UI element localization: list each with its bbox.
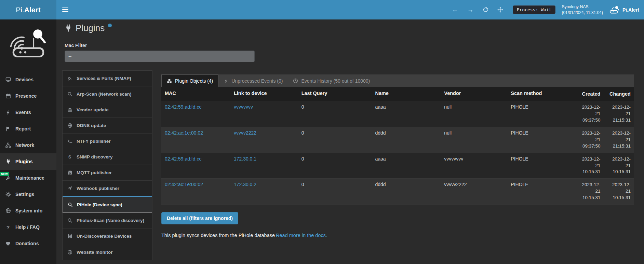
- mac-link[interactable]: 02:42:59:ad:fd:cc: [165, 104, 201, 110]
- sidebar-item-network[interactable]: Network: [0, 137, 56, 153]
- docs-link[interactable]: Read more in the docs.: [276, 233, 327, 238]
- heart-icon: [5, 241, 11, 246]
- brand-logo[interactable]: Pi.Alert: [0, 0, 56, 19]
- table-row: 02:42:59:ad:fd:cc 172.30.0.1 0 aaaa vvvv…: [161, 153, 634, 179]
- device-link[interactable]: vvvvvvvv: [234, 104, 253, 110]
- last-query-cell: 0: [298, 127, 372, 153]
- table-row: 02:42:ac:1e:00:02 vvvvv2222 0 dddd null …: [161, 127, 634, 153]
- sidebar-item-report[interactable]: Report: [0, 121, 56, 137]
- plugin-item-vendor-update[interactable]: Vendor update: [63, 102, 152, 118]
- plugin-item-pihole[interactable]: PiHole (Device sync): [63, 196, 152, 213]
- sidebar-item-label: Help / FAQ: [15, 224, 40, 230]
- gear-icon: [5, 192, 11, 197]
- brand-text-bold: Alert: [24, 6, 41, 14]
- tab-label: Events History (50 out of 10000): [301, 78, 370, 84]
- plugin-item-snmp-discovery[interactable]: S SNMP discovery: [63, 149, 152, 165]
- plugin-item-label: MQTT publisher: [77, 170, 112, 175]
- changed-cell: 2023-12-2110:15:31: [604, 153, 634, 179]
- sidebar-item-label: Donations: [15, 241, 39, 246]
- plugin-item-webhook-publisher[interactable]: Webhook publisher: [63, 181, 152, 196]
- info-badge[interactable]: [108, 24, 112, 27]
- mac-filter-label: Mac Filter: [65, 43, 644, 48]
- tab-unprocessed-events[interactable]: Unprocessed Events (0): [218, 74, 288, 87]
- globe-icon: [67, 250, 73, 255]
- terminal-icon: [67, 139, 73, 144]
- sidebar-item-presence[interactable]: Presence: [0, 88, 56, 104]
- column-header-name: Name: [372, 87, 441, 101]
- tab-plugin-objects[interactable]: Plugin Objects (4): [161, 74, 218, 87]
- arrow-right-icon[interactable]: →: [467, 6, 474, 13]
- plugin-item-undiscoverable-devices[interactable]: Un-Discoverable Devices: [63, 228, 152, 244]
- page-header: Plugins: [65, 22, 644, 34]
- question-icon: ?: [5, 224, 11, 230]
- scan-method-cell: PIHOLE: [507, 127, 574, 153]
- sidebar-item-donations[interactable]: Donations: [0, 235, 56, 252]
- device-link[interactable]: 172.30.0.1: [234, 156, 256, 162]
- pialert-mini-logo-icon: [609, 5, 619, 14]
- mac-filter-input[interactable]: [65, 51, 255, 62]
- sidebar-item-settings[interactable]: Settings: [0, 186, 56, 203]
- globe-icon: [67, 123, 73, 128]
- bolt-icon: [5, 110, 11, 115]
- delete-all-button[interactable]: Delete all (filters are ignored): [161, 212, 238, 224]
- flag-icon: [5, 126, 11, 131]
- mac-link[interactable]: 02:42:ac:1e:00:02: [165, 182, 203, 187]
- created-cell: 2023-12-2110:15:31: [574, 153, 604, 179]
- tab-events-history[interactable]: Events History (50 out of 10000): [288, 74, 375, 87]
- plugin-item-nmap[interactable]: Services & Ports (NMAP): [63, 71, 152, 86]
- table-row: 02:42:59:ad:fd:cc vvvvvvvv 0 aaaa null P…: [161, 101, 634, 127]
- plugin-list: Services & Ports (NMAP) Arp-Scan (Networ…: [62, 70, 152, 260]
- header-app-brand[interactable]: Pi.Alert: [609, 5, 639, 14]
- plugin-item-website-monitor[interactable]: Website monitor: [63, 244, 152, 260]
- mac-link[interactable]: 02:42:59:ad:fd:cc: [165, 156, 201, 162]
- vendor-cell: vvvvv2222: [441, 179, 507, 204]
- plugin-item-arp-scan[interactable]: Arp-Scan (Network scan): [63, 86, 152, 102]
- sidebar-item-help-faq[interactable]: ? Help / FAQ: [0, 219, 56, 235]
- mac-link[interactable]: 02:42:ac:1e:00:02: [165, 130, 203, 136]
- vendor-cell: null: [441, 101, 507, 127]
- sidebar-item-devices[interactable]: Devices: [0, 71, 56, 88]
- arrow-left-icon[interactable]: ←: [452, 6, 458, 13]
- tab-bar: Plugin Objects (4) Unprocessed Events (0…: [161, 74, 634, 87]
- plugin-item-mqtt-publisher[interactable]: MQTT publisher: [63, 165, 152, 181]
- plugin-item-pholus-scan[interactable]: Pholus-Scan (Name discovery): [63, 213, 152, 228]
- network-icon: [5, 142, 11, 148]
- scan-method-cell: PIHOLE: [507, 179, 574, 204]
- sidebar-item-plugins[interactable]: Plugins: [0, 153, 56, 170]
- sidebar-item-events[interactable]: Events: [0, 104, 56, 121]
- move-icon[interactable]: [497, 7, 503, 13]
- brand-text-light: Pi.: [16, 6, 24, 14]
- name-cell: dddd: [372, 179, 441, 204]
- sidebar-item-label: System info: [15, 208, 42, 213]
- host-time: (01/01/2024, 11:31:04): [562, 10, 603, 15]
- device-link[interactable]: 172.30.0.2: [234, 182, 256, 187]
- table-row: 02:42:ac:1e:00:02 172.30.0.2 0 dddd vvvv…: [161, 179, 634, 205]
- plugin-item-label: SNMP discovery: [77, 154, 113, 159]
- mac-filter-block: Mac Filter: [65, 43, 644, 62]
- plugin-item-label: Website monitor: [77, 250, 113, 255]
- scan-method-cell: PIHOLE: [507, 101, 574, 127]
- name-cell: aaaa: [372, 101, 441, 127]
- plugin-item-ntfy-publisher[interactable]: NTFY publisher: [63, 134, 152, 149]
- last-query-cell: 0: [298, 179, 372, 204]
- paper-plane-icon: [67, 186, 73, 191]
- plugin-item-label: DDNS update: [77, 123, 106, 128]
- sidebar-toggle-button[interactable]: [56, 0, 74, 19]
- cubes-icon: [167, 79, 172, 84]
- plugin-item-label: NTFY publisher: [77, 139, 111, 144]
- sidebar-item-system-info[interactable]: System info: [0, 203, 56, 219]
- binoculars-icon: [67, 234, 73, 239]
- changed-cell: 2023-12-2121:15:31: [604, 127, 634, 153]
- sidebar-item-maintenance[interactable]: NEW Maintenance: [0, 170, 56, 186]
- header-app-name: Pi.Alert: [622, 7, 639, 13]
- search-icon: [67, 202, 73, 207]
- bank-icon: [67, 107, 73, 112]
- refresh-icon[interactable]: [483, 7, 488, 13]
- plugin-item-ddns-update[interactable]: DDNS update: [63, 118, 152, 134]
- column-header-created: Created: [574, 87, 604, 101]
- plugin-item-label: Pholus-Scan (Name discovery): [77, 218, 144, 223]
- vendor-cell: null: [441, 127, 507, 153]
- device-link[interactable]: vvvvv2222: [234, 130, 256, 136]
- last-query-cell: 0: [298, 101, 372, 127]
- plugin-item-label: Webhook publisher: [77, 186, 119, 191]
